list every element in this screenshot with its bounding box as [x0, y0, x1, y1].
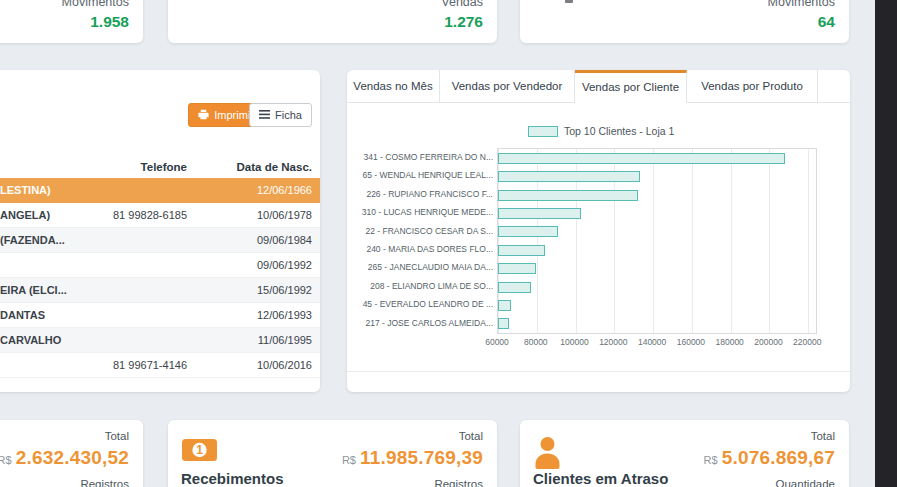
currency-prefix: R$ — [342, 454, 356, 466]
chart-legend[interactable]: Top 10 Clientes - Loja 1 — [528, 125, 674, 137]
gridline — [731, 149, 732, 333]
stat-card-vendas: Vendas 1.276 — [168, 0, 497, 43]
total-label: Total — [342, 429, 483, 443]
category-label: 310 - LUCAS HENRIQUE MEDE... — [347, 203, 493, 221]
col-nascimento: Data de Nasc. — [187, 161, 320, 173]
legend-swatch-icon — [528, 126, 558, 137]
bar — [498, 263, 536, 274]
clients-table-body: LESTINA)12/06/1966ANGELA)81 99828-618510… — [0, 178, 320, 378]
bar — [498, 318, 509, 329]
bar — [498, 208, 581, 219]
sub-label: Quantidade — [704, 478, 835, 487]
legend-label: Top 10 Clientes - Loja 1 — [564, 125, 674, 137]
stat-card-movimentos-2: Movimentos 64 — [520, 0, 849, 43]
bar — [498, 190, 638, 201]
dashboard: Movimentos 1.958 Vendas 1.276 Movimentos… — [0, 0, 897, 487]
currency-prefix: R$ — [0, 454, 12, 466]
tab-vendas-por-vendedor[interactable]: Vendas por Vendedor — [440, 70, 575, 103]
card-title: Clientes em Atraso — [533, 470, 668, 487]
sales-tabs: Vendas no Mês Vendas por Vendedor Vendas… — [347, 70, 850, 103]
cell-date: 12/06/1993 — [187, 309, 320, 321]
cell-phone: 81 99671-4146 — [72, 359, 187, 371]
sub-label: Registros — [0, 478, 129, 487]
x-tick-label: 60000 — [485, 337, 509, 347]
cell-name: CARVALHO — [0, 334, 72, 346]
table-row[interactable]: (FAZENDA...09/06/1984 — [0, 228, 320, 253]
tab-vendas-no-mes[interactable]: Vendas no Mês — [347, 70, 440, 103]
category-label: 226 - RUPIANO FRANCISCO F... — [347, 185, 493, 203]
x-tick-label: 80000 — [524, 337, 548, 347]
cell-name: DANTAS — [0, 309, 72, 321]
bar — [498, 245, 545, 256]
table-header: Telefone Data de Nasc. — [0, 155, 320, 178]
total-label: Total — [0, 429, 129, 443]
table-row[interactable]: DANTAS12/06/1993 — [0, 303, 320, 328]
category-label: 208 - ELIANDRO LIMA DE SO... — [347, 277, 493, 295]
summary-card-recebimentos: 1 Recebimentos Total R$11.985.769,39 Reg… — [168, 420, 497, 487]
table-row[interactable]: 81 99671-414610/06/2016 — [0, 353, 320, 378]
money-bill-icon: 1 — [181, 436, 218, 468]
cell-date: 09/06/1992 — [187, 259, 320, 271]
svg-text:1: 1 — [196, 443, 203, 457]
clipped-icon-fragment — [565, 0, 573, 3]
category-label: 45 - EVERALDO LEANDRO DE ... — [347, 295, 493, 313]
x-tick-label: 160000 — [677, 337, 705, 347]
chart-plot — [497, 148, 817, 334]
tab-vendas-por-produto[interactable]: Vendas por Produto — [687, 70, 818, 103]
x-tick-label: 180000 — [715, 337, 743, 347]
sub-label: Registros — [342, 478, 483, 487]
table-row[interactable]: ANGELA)81 99828-618510/06/1978 — [0, 203, 320, 228]
table-row[interactable]: LESTINA)12/06/1966 — [0, 178, 320, 203]
total-label: Total — [704, 429, 835, 443]
x-tick-label: 140000 — [638, 337, 666, 347]
x-tick-label: 220000 — [793, 337, 821, 347]
stat-label: Movimentos — [62, 0, 129, 11]
table-row[interactable]: CARVALHO11/06/1995 — [0, 328, 320, 353]
tab-vendas-por-cliente[interactable]: Vendas por Cliente — [575, 70, 687, 103]
card-title: Recebimentos — [181, 470, 284, 487]
x-tick-label: 200000 — [754, 337, 782, 347]
table-row[interactable]: 09/06/1992 — [0, 253, 320, 278]
stat-value: 1.958 — [90, 11, 129, 32]
chart-x-axis: 6000080000100000120000140000160000180000… — [497, 337, 815, 351]
category-label: 240 - MARIA DAS DORES FLO... — [347, 240, 493, 258]
stat-value: 1.276 — [444, 11, 483, 32]
clients-panel: Imprimir Ficha Telefone Data de Nasc. LE… — [0, 70, 320, 392]
category-label: 22 - FRANCISCO CESAR DA S... — [347, 222, 493, 240]
cell-date: 11/06/1995 — [187, 334, 320, 346]
gridline — [808, 149, 809, 333]
bar — [498, 171, 640, 182]
summary-card-left: Total R$2.632.430,52 Registros — [0, 420, 143, 487]
tabstrip-filler — [818, 70, 850, 103]
stat-label: Vendas — [441, 0, 483, 11]
category-label: 65 - WENDAL HENRIQUE LEAL... — [347, 166, 493, 184]
print-button-label: Imprimir — [214, 109, 254, 121]
cell-date: 10/06/2016 — [187, 359, 320, 371]
cell-name: LESTINA) — [0, 184, 72, 196]
cell-date: 12/06/1966 — [187, 184, 320, 196]
panel-divider — [347, 371, 850, 372]
summary-card-clientes-atraso: Clientes em Atraso Total R$5.076.869,67 … — [520, 420, 849, 487]
total-value: 11.985.769,39 — [360, 447, 483, 468]
user-icon — [533, 436, 562, 473]
bar — [498, 282, 531, 293]
collapsed-sidebar-rail — [875, 0, 897, 487]
gridline — [769, 149, 770, 333]
cell-name: ANGELA) — [0, 209, 72, 221]
cell-name: (FAZENDA... — [0, 234, 72, 246]
x-tick-label: 100000 — [560, 337, 588, 347]
stat-label: Movimentos — [768, 0, 835, 11]
ficha-button-label: Ficha — [275, 109, 302, 121]
bar — [498, 153, 785, 164]
currency-prefix: R$ — [704, 454, 718, 466]
x-tick-label: 120000 — [599, 337, 627, 347]
printer-icon — [198, 109, 209, 122]
gridline — [653, 149, 654, 333]
ficha-button[interactable]: Ficha — [249, 103, 312, 127]
category-label: 217 - JOSE CARLOS ALMEIDA... — [347, 314, 493, 332]
cell-date: 10/06/1978 — [187, 209, 320, 221]
table-row[interactable]: EIRA (ELCI...15/06/1992 — [0, 278, 320, 303]
bar — [498, 300, 511, 311]
total-value: 5.076.869,67 — [722, 447, 835, 468]
total-value: 2.632.430,52 — [16, 447, 129, 468]
